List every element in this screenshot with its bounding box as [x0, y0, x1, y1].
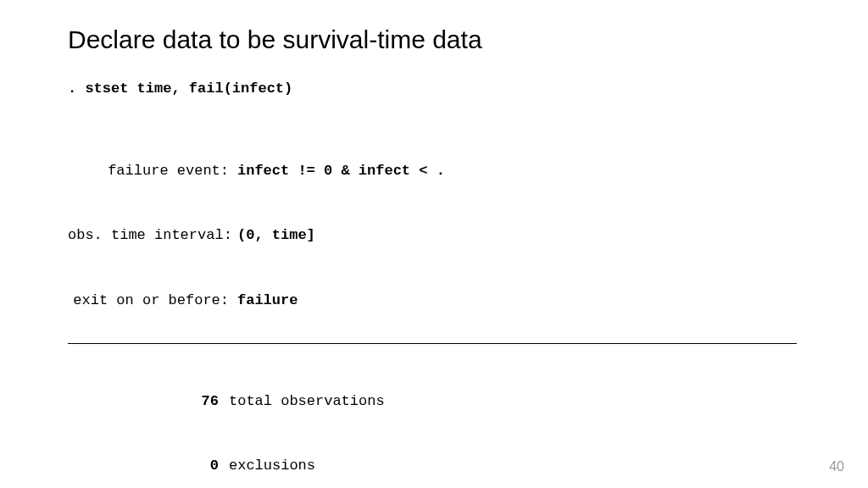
meta-value: (0, time] [237, 225, 315, 247]
stats-number: 76 [68, 391, 229, 413]
meta-row: failure event: infect != 0 & infect < . [68, 160, 800, 182]
stats-row: 0 exclusions [68, 455, 800, 477]
meta-row: exit on or before: failure [68, 290, 800, 312]
stats-number: 0 [68, 455, 229, 477]
stats-text: exclusions [229, 455, 315, 477]
divider-top [68, 343, 797, 344]
stats-top: 76 total observations 0 exclusions [68, 347, 800, 489]
meta-label: obs. time interval: [68, 225, 237, 247]
page-number: 40 [829, 459, 844, 474]
meta-row: obs. time interval: (0, time] [68, 225, 800, 247]
stats-row: 76 total observations [68, 391, 800, 413]
meta-block: failure event: infect != 0 & infect < . … [68, 117, 800, 333]
meta-value: failure [237, 290, 298, 312]
meta-label: exit on or before: [68, 290, 237, 312]
stats-text: total observations [229, 391, 385, 413]
slide-title: Declare data to be survival-time data [68, 25, 800, 54]
meta-label: failure event: [68, 160, 237, 182]
stata-command: . stset time, fail(infect) [68, 78, 800, 100]
meta-value: infect != 0 & infect < . [237, 160, 445, 182]
